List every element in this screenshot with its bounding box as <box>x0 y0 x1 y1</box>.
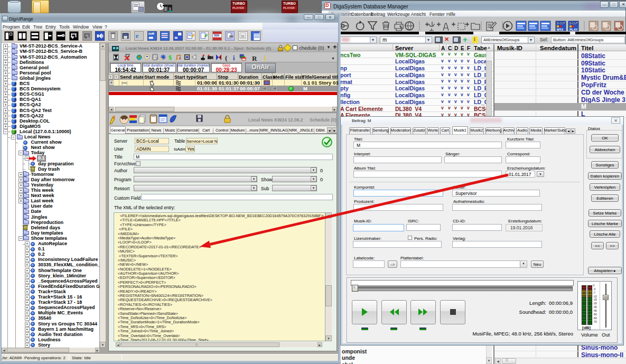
svg-text:D-CUT: D-CUT <box>569 22 578 25</box>
svg-text:D-CUT: D-CUT <box>557 22 565 25</box>
svg-text:R: R <box>252 54 257 62</box>
svg-text:$: $ <box>169 54 172 61</box>
svg-text:MT2: MT2 <box>557 28 564 31</box>
svg-text:i: i <box>264 54 266 62</box>
svg-text:(: ( <box>225 54 227 62</box>
svg-text:PLAY: PLAY <box>569 28 577 31</box>
svg-text:i: i <box>233 54 235 62</box>
